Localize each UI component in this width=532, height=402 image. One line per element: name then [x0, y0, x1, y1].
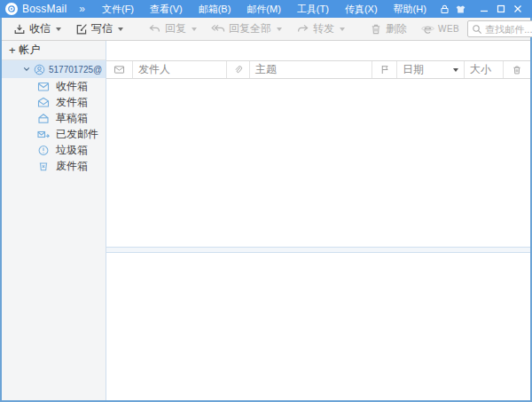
column-size[interactable]: 大小 — [465, 61, 504, 78]
search-box — [467, 20, 532, 37]
delete-label: 删除 — [386, 21, 407, 36]
toolbar: 收信 写信 回复 — [2, 18, 530, 41]
forward-dropdown-caret-icon — [340, 28, 345, 31]
search-input[interactable] — [485, 24, 532, 35]
app-logo: BossMail — [5, 3, 66, 15]
mail-main-area: 发件人 主题 — [106, 41, 530, 400]
menubar: 文件(F) 查看(V) 邮箱(B) 邮件(M) 工具(T) 传真(X) 帮助(H… — [94, 1, 434, 18]
column-date[interactable]: 日期 — [397, 61, 465, 78]
list-preview-splitter[interactable] — [106, 247, 530, 253]
search-icon — [472, 24, 482, 35]
receive-mail-label: 收信 — [29, 21, 51, 36]
flag-icon — [379, 64, 390, 75]
compose-mail-label: 写信 — [91, 21, 113, 36]
column-sender-label: 发件人 — [138, 62, 170, 77]
window-controls — [476, 2, 527, 16]
inbox-envelope-icon — [37, 81, 50, 92]
forward-button[interactable]: 转发 — [290, 19, 351, 39]
deleted-bin-icon — [37, 161, 50, 172]
folder-inbox[interactable]: 收件箱 — [2, 78, 106, 94]
lock-icon[interactable] — [438, 2, 451, 16]
list-top-spacer — [106, 41, 530, 60]
column-subject-label: 主题 — [255, 62, 277, 77]
reply-button[interactable]: 回复 — [142, 19, 203, 39]
forward-label: 转发 — [313, 21, 334, 36]
sort-descending-caret-icon — [453, 68, 458, 72]
menu-file[interactable]: 文件(F) — [94, 1, 142, 18]
receive-dropdown-caret-icon — [56, 28, 61, 31]
column-delete[interactable] — [504, 61, 530, 78]
chevron-down-icon[interactable] — [23, 66, 30, 73]
column-read-status[interactable] — [106, 61, 133, 78]
folder-label: 垃圾箱 — [56, 143, 88, 158]
trash-icon — [370, 23, 382, 35]
folder-sidebar: + 帐户 517701725@qq.com — [2, 41, 106, 400]
compose-mail-button[interactable]: 写信 — [69, 19, 129, 39]
folder-drafts[interactable]: 草稿箱 — [2, 110, 106, 126]
reply-all-icon — [211, 23, 225, 35]
reply-all-dropdown-caret-icon — [277, 28, 282, 31]
folder-label: 已发邮件 — [56, 127, 98, 142]
folder-sent[interactable]: 已发邮件 — [2, 126, 106, 142]
folder-label: 收件箱 — [56, 79, 88, 94]
content-area: + 帐户 517701725@qq.com — [2, 41, 530, 400]
webmail-label: WEB — [438, 24, 459, 34]
menu-help[interactable]: 帮助(H) — [386, 1, 434, 18]
titlebar: BossMail » 文件(F) 查看(V) 邮箱(B) 邮件(M) 工具(T)… — [0, 0, 532, 18]
maximize-button[interactable] — [493, 2, 510, 16]
trash-small-icon — [512, 65, 522, 75]
mail-preview-pane[interactable] — [106, 253, 530, 400]
folder-list: 收件箱 发件箱 — [2, 78, 106, 174]
receive-mail-icon — [13, 23, 26, 35]
mail-list-body[interactable] — [106, 79, 530, 247]
drafts-envelope-icon — [37, 113, 50, 124]
web-browser-icon — [421, 23, 434, 35]
envelope-icon — [113, 65, 125, 75]
menu-mailbox[interactable]: 邮箱(B) — [191, 1, 239, 18]
folder-label: 废件箱 — [56, 159, 88, 174]
menu-overflow-chevron-icon[interactable]: » — [74, 3, 90, 15]
reply-dropdown-caret-icon — [192, 28, 197, 31]
folder-deleted[interactable]: 废件箱 — [2, 158, 106, 174]
reply-label: 回复 — [165, 21, 186, 36]
column-subject[interactable]: 主题 — [250, 61, 372, 78]
mail-list-header: 发件人 主题 — [106, 60, 530, 79]
menu-view[interactable]: 查看(V) — [142, 1, 191, 18]
menu-fax[interactable]: 传真(X) — [337, 1, 386, 18]
column-date-label: 日期 — [403, 62, 424, 77]
column-flag[interactable] — [372, 61, 397, 78]
receive-mail-button[interactable]: 收信 — [7, 19, 67, 39]
folder-label: 发件箱 — [56, 95, 88, 110]
sent-mail-icon — [37, 129, 50, 140]
menu-mail[interactable]: 邮件(M) — [239, 1, 289, 18]
bossmail-window: BossMail » 文件(F) 查看(V) 邮箱(B) 邮件(M) 工具(T)… — [0, 0, 532, 402]
account-row[interactable]: 517701725@qq.com — [2, 60, 106, 78]
bossmail-logo-icon — [5, 3, 18, 15]
folder-outbox[interactable]: 发件箱 — [2, 94, 106, 110]
theme-icon[interactable] — [454, 2, 467, 16]
paperclip-icon — [233, 64, 243, 75]
reply-all-label: 回复全部 — [229, 21, 271, 36]
column-size-label: 大小 — [470, 62, 491, 77]
compose-mail-icon — [75, 23, 88, 35]
folder-label: 草稿箱 — [56, 111, 88, 126]
add-account-label: 帐户 — [20, 43, 41, 58]
webmail-button[interactable]: WEB — [415, 20, 466, 38]
plus-icon: + — [9, 43, 16, 57]
junk-exclamation-icon — [37, 145, 50, 156]
account-avatar-icon — [34, 64, 45, 75]
reply-all-button[interactable]: 回复全部 — [205, 19, 288, 39]
add-account-button[interactable]: + 帐户 — [2, 41, 106, 60]
outbox-envelope-icon — [37, 97, 50, 108]
compose-dropdown-caret-icon — [118, 28, 123, 31]
delete-button[interactable]: 删除 — [364, 19, 413, 39]
menu-tools[interactable]: 工具(T) — [289, 1, 337, 18]
column-attachment[interactable] — [227, 61, 250, 78]
folder-junk[interactable]: 垃圾箱 — [2, 142, 106, 158]
app-name: BossMail — [22, 3, 66, 15]
reply-icon — [148, 23, 161, 35]
column-sender[interactable]: 发件人 — [133, 61, 227, 78]
minimize-button[interactable] — [476, 2, 493, 16]
account-email: 517701725@qq.com — [49, 65, 102, 75]
close-button[interactable] — [510, 2, 527, 16]
